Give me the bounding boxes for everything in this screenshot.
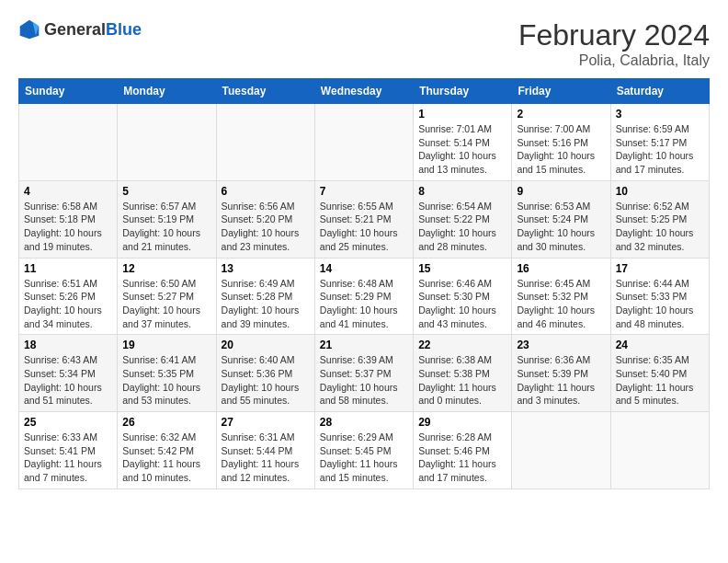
header-friday: Friday: [512, 79, 610, 104]
day-cell: 8Sunrise: 6:54 AMSunset: 5:22 PMDaylight…: [414, 180, 512, 258]
day-info: Sunrise: 6:52 AMSunset: 5:25 PMDaylight:…: [616, 200, 704, 254]
day-info: Sunrise: 6:55 AMSunset: 5:21 PMDaylight:…: [320, 200, 408, 254]
day-info: Sunrise: 6:45 AMSunset: 5:32 PMDaylight:…: [517, 277, 605, 331]
day-info: Sunrise: 6:51 AMSunset: 5:26 PMDaylight:…: [24, 277, 112, 331]
day-cell: [19, 104, 118, 181]
day-cell: 22Sunrise: 6:38 AMSunset: 5:38 PMDayligh…: [414, 335, 512, 412]
day-cell: [512, 412, 610, 489]
day-number: 23: [517, 339, 605, 351]
day-info: Sunrise: 6:33 AMSunset: 5:41 PMDaylight:…: [24, 431, 112, 485]
day-info: Sunrise: 6:50 AMSunset: 5:27 PMDaylight:…: [122, 277, 210, 331]
day-cell: 18Sunrise: 6:43 AMSunset: 5:34 PMDayligh…: [19, 335, 118, 412]
day-cell: 20Sunrise: 6:40 AMSunset: 5:36 PMDayligh…: [216, 335, 314, 412]
day-number: 6: [222, 185, 310, 198]
day-number: 4: [24, 185, 112, 198]
day-info: Sunrise: 6:41 AMSunset: 5:35 PMDaylight:…: [122, 353, 210, 408]
week-row-4: 18Sunrise: 6:43 AMSunset: 5:34 PMDayligh…: [19, 335, 710, 412]
day-info: Sunrise: 6:28 AMSunset: 5:46 PMDaylight:…: [418, 431, 506, 485]
day-cell: 4Sunrise: 6:58 AMSunset: 5:18 PMDaylight…: [19, 180, 118, 258]
page-header: GeneralBlue February 2024 Polia, Calabri…: [18, 18, 710, 69]
subtitle: Polia, Calabria, Italy: [518, 52, 710, 69]
day-cell: 23Sunrise: 6:36 AMSunset: 5:39 PMDayligh…: [512, 335, 610, 412]
day-cell: 27Sunrise: 6:31 AMSunset: 5:44 PMDayligh…: [216, 412, 314, 489]
day-cell: 21Sunrise: 6:39 AMSunset: 5:37 PMDayligh…: [314, 335, 413, 412]
day-cell: 1Sunrise: 7:01 AMSunset: 5:14 PMDaylight…: [414, 104, 512, 181]
day-cell: 14Sunrise: 6:48 AMSunset: 5:29 PMDayligh…: [314, 258, 413, 335]
day-cell: 2Sunrise: 7:00 AMSunset: 5:16 PMDaylight…: [512, 104, 610, 181]
logo-general: GeneralBlue: [44, 20, 142, 40]
day-info: Sunrise: 6:56 AMSunset: 5:20 PMDaylight:…: [222, 200, 310, 254]
day-cell: [216, 104, 314, 181]
day-info: Sunrise: 6:48 AMSunset: 5:29 PMDaylight:…: [320, 277, 408, 331]
day-number: 25: [24, 416, 112, 429]
day-number: 24: [616, 339, 704, 351]
day-info: Sunrise: 6:58 AMSunset: 5:18 PMDaylight:…: [24, 200, 112, 254]
day-cell: 5Sunrise: 6:57 AMSunset: 5:19 PMDaylight…: [118, 180, 216, 258]
day-cell: 11Sunrise: 6:51 AMSunset: 5:26 PMDayligh…: [19, 258, 118, 335]
day-number: 26: [122, 416, 210, 429]
day-info: Sunrise: 6:46 AMSunset: 5:30 PMDaylight:…: [418, 277, 506, 331]
header-thursday: Thursday: [414, 79, 512, 104]
week-row-5: 25Sunrise: 6:33 AMSunset: 5:41 PMDayligh…: [19, 412, 710, 489]
day-info: Sunrise: 6:43 AMSunset: 5:34 PMDaylight:…: [24, 353, 112, 408]
day-number: 5: [122, 185, 210, 198]
logo-icon: [18, 18, 40, 40]
day-cell: 10Sunrise: 6:52 AMSunset: 5:25 PMDayligh…: [610, 180, 709, 258]
day-number: 2: [517, 108, 605, 121]
day-number: 13: [222, 262, 310, 275]
logo: GeneralBlue: [18, 18, 142, 40]
day-cell: 6Sunrise: 6:56 AMSunset: 5:20 PMDaylight…: [216, 180, 314, 258]
day-cell: 24Sunrise: 6:35 AMSunset: 5:40 PMDayligh…: [610, 335, 709, 412]
day-cell: 3Sunrise: 6:59 AMSunset: 5:17 PMDaylight…: [610, 104, 709, 181]
day-number: 7: [320, 185, 408, 198]
calendar-header-row: SundayMondayTuesdayWednesdayThursdayFrid…: [19, 79, 710, 104]
day-number: 11: [24, 262, 112, 275]
day-info: Sunrise: 6:39 AMSunset: 5:37 PMDaylight:…: [320, 353, 408, 408]
header-monday: Monday: [118, 79, 216, 104]
day-cell: 26Sunrise: 6:32 AMSunset: 5:42 PMDayligh…: [118, 412, 216, 489]
day-cell: 28Sunrise: 6:29 AMSunset: 5:45 PMDayligh…: [314, 412, 413, 489]
day-number: 20: [222, 339, 310, 351]
main-title: February 2024: [518, 18, 710, 52]
day-cell: [314, 104, 413, 181]
day-number: 3: [616, 108, 704, 121]
day-cell: [118, 104, 216, 181]
day-cell: 7Sunrise: 6:55 AMSunset: 5:21 PMDaylight…: [314, 180, 413, 258]
day-number: 27: [222, 416, 310, 429]
day-cell: 13Sunrise: 6:49 AMSunset: 5:28 PMDayligh…: [216, 258, 314, 335]
day-number: 8: [418, 185, 506, 198]
day-info: Sunrise: 6:59 AMSunset: 5:17 PMDaylight:…: [616, 122, 704, 177]
day-cell: 29Sunrise: 6:28 AMSunset: 5:46 PMDayligh…: [414, 412, 512, 489]
day-info: Sunrise: 6:44 AMSunset: 5:33 PMDaylight:…: [616, 277, 704, 331]
day-number: 19: [122, 339, 210, 351]
day-number: 21: [320, 339, 408, 351]
day-number: 12: [122, 262, 210, 275]
day-info: Sunrise: 6:29 AMSunset: 5:45 PMDaylight:…: [320, 431, 408, 485]
day-number: 18: [24, 339, 112, 351]
day-info: Sunrise: 6:35 AMSunset: 5:40 PMDaylight:…: [616, 353, 704, 408]
day-cell: 25Sunrise: 6:33 AMSunset: 5:41 PMDayligh…: [19, 412, 118, 489]
title-section: February 2024 Polia, Calabria, Italy: [518, 18, 710, 69]
day-number: 29: [418, 416, 506, 429]
day-info: Sunrise: 6:49 AMSunset: 5:28 PMDaylight:…: [222, 277, 310, 331]
day-cell: 12Sunrise: 6:50 AMSunset: 5:27 PMDayligh…: [118, 258, 216, 335]
week-row-1: 1Sunrise: 7:01 AMSunset: 5:14 PMDaylight…: [19, 104, 710, 181]
header-sunday: Sunday: [19, 79, 118, 104]
day-number: 22: [418, 339, 506, 351]
day-cell: 16Sunrise: 6:45 AMSunset: 5:32 PMDayligh…: [512, 258, 610, 335]
day-info: Sunrise: 6:57 AMSunset: 5:19 PMDaylight:…: [122, 200, 210, 254]
week-row-2: 4Sunrise: 6:58 AMSunset: 5:18 PMDaylight…: [19, 180, 710, 258]
day-number: 10: [616, 185, 704, 198]
day-info: Sunrise: 6:36 AMSunset: 5:39 PMDaylight:…: [517, 353, 605, 408]
day-cell: 19Sunrise: 6:41 AMSunset: 5:35 PMDayligh…: [118, 335, 216, 412]
day-number: 14: [320, 262, 408, 275]
day-cell: 9Sunrise: 6:53 AMSunset: 5:24 PMDaylight…: [512, 180, 610, 258]
header-saturday: Saturday: [610, 79, 709, 104]
day-info: Sunrise: 6:32 AMSunset: 5:42 PMDaylight:…: [122, 431, 210, 485]
day-number: 15: [418, 262, 506, 275]
day-number: 17: [616, 262, 704, 275]
day-cell: [610, 412, 709, 489]
header-wednesday: Wednesday: [314, 79, 413, 104]
day-info: Sunrise: 6:53 AMSunset: 5:24 PMDaylight:…: [517, 200, 605, 254]
day-number: 16: [517, 262, 605, 275]
